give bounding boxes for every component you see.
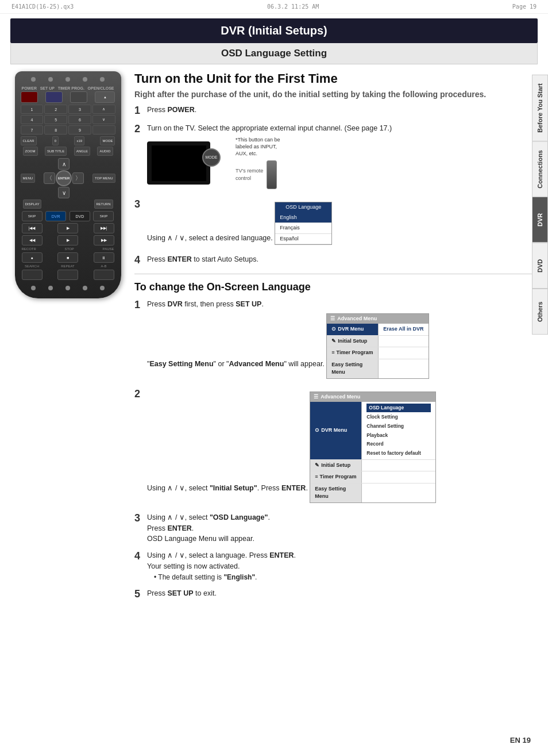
timer-button[interactable] <box>70 91 87 103</box>
osd-lang-english[interactable]: English <box>275 213 331 224</box>
menu2-left-timer[interactable]: ≡ Timer Program <box>310 471 362 483</box>
num-9-button[interactable]: 9 <box>68 125 91 135</box>
sidebar-tab-before-you-start[interactable]: Before You Start <box>532 75 548 141</box>
dpad-down-button[interactable]: ∨ <box>58 187 70 198</box>
option-playback[interactable]: Playback <box>366 431 431 440</box>
rev-button[interactable]: ◀◀ <box>22 235 43 245</box>
change-step-num-4: 4 <box>134 550 147 563</box>
option-reset[interactable]: Reset to factory default <box>366 449 431 458</box>
channel-down-button[interactable]: ∨ <box>92 115 115 124</box>
enter-button[interactable]: ENTER <box>56 170 72 186</box>
audio-button[interactable]: AUDIO <box>97 147 113 156</box>
step-1-content: Press POWER. <box>147 105 538 116</box>
play-button[interactable]: ▶ <box>57 223 78 233</box>
remote-dot <box>48 77 53 82</box>
dvr-icon: ⊙ <box>331 325 336 333</box>
remote-dot <box>65 286 70 290</box>
num-7-button[interactable]: 7 <box>21 125 44 135</box>
skip-fwd-button[interactable]: ▶▶| <box>94 223 114 233</box>
dvd-button[interactable]: DVD <box>70 211 90 221</box>
step-4-bold: ENTER <box>167 255 191 263</box>
option-record[interactable]: Record <box>366 440 431 448</box>
return-button[interactable]: RETURN <box>94 199 113 209</box>
sidebar-tab-others[interactable]: Others <box>532 289 548 335</box>
power-button[interactable] <box>21 91 38 103</box>
change-step-1-content: Press DVR first, then press SET UP. "Eas… <box>147 299 538 382</box>
menu-left-timer[interactable]: ≡ Timer Program <box>327 347 379 359</box>
menu2-right-initial <box>362 460 435 471</box>
remote-dot <box>31 286 36 290</box>
clear-button[interactable]: CLEAR <box>21 136 37 145</box>
option-channel[interactable]: Channel Setting <box>366 422 431 431</box>
page-footer: EN 19 <box>510 736 531 745</box>
change-step-2: 2 Using ∧ / ∨, select "Initial Setup". P… <box>134 388 538 506</box>
num-0-button[interactable]: 0 <box>52 136 59 145</box>
angle-button[interactable]: ANGLE <box>74 147 90 156</box>
num-8-button[interactable]: 8 <box>44 125 67 135</box>
menu2-row-timer: ≡ Timer Program <box>310 471 435 483</box>
dpad-up-button[interactable]: ∧ <box>58 158 70 170</box>
menu2-left-initial[interactable]: ✎ Initial Setup <box>310 460 362 471</box>
stop-button[interactable]: ■ <box>57 252 78 263</box>
remote-dot <box>100 286 105 290</box>
menu2-left-easy[interactable]: Easy Setting Menu <box>310 483 362 502</box>
num-2-button[interactable]: 2 <box>44 105 67 114</box>
fwd-button[interactable]: ▶▶ <box>94 235 114 245</box>
cs1-dvr: DVR <box>167 300 182 308</box>
change-step-5-content: Press SET UP to exit. <box>147 588 538 599</box>
menu-left-initial[interactable]: ✎ Initial Setup <box>327 336 379 347</box>
num-6-button[interactable]: 6 <box>68 115 91 124</box>
num-3-button[interactable]: 3 <box>68 105 91 114</box>
remote-dot <box>83 286 87 290</box>
repeat-button[interactable] <box>57 270 78 280</box>
change-step-4-content: Using ∧ / ∨, select a language. Press EN… <box>147 550 538 582</box>
step-3: 3 Using ∧ / ∨, select a desired language… <box>134 198 538 248</box>
pause-button[interactable]: ⏸ <box>94 252 114 263</box>
channel-up-button[interactable]: ∧ <box>92 105 115 114</box>
num-1-button[interactable]: 1 <box>21 105 44 114</box>
option-osd[interactable]: OSD Language <box>366 404 431 412</box>
menu-button[interactable]: MENU <box>21 174 36 183</box>
tv-screen <box>152 145 206 181</box>
tv-display: MODE <box>147 141 210 185</box>
menu-left-easy[interactable]: Easy Setting Menu <box>327 359 379 378</box>
sidebar-tab-connections[interactable]: Connections <box>532 141 548 197</box>
openclose-label: OPEN/CLOSE <box>88 86 114 90</box>
subtitle-button[interactable]: SUB TITLE <box>45 147 67 156</box>
step-num-4: 4 <box>134 254 147 267</box>
stop-play-button[interactable]: ▶ <box>57 235 78 245</box>
repeat-label: REPEAT <box>57 264 78 268</box>
step-1-bold: POWER <box>167 106 194 114</box>
rec-button[interactable]: ● <box>22 252 43 263</box>
sidebar-tab-dvd[interactable]: DVD <box>532 243 548 289</box>
sidebar-tab-dvr[interactable]: DVR <box>532 197 548 243</box>
display-button[interactable]: DISPLAY <box>23 199 42 209</box>
step-num-1: 1 <box>134 105 147 117</box>
x19-button[interactable]: x19 <box>74 136 84 145</box>
print-mark-center: 06.3.2 11:25 AM <box>267 3 319 10</box>
top-menu-button[interactable]: TOP MENU <box>92 174 115 183</box>
osd-lang-french[interactable]: Français <box>275 223 331 234</box>
menu-left-dvr[interactable]: ⊙ DVR Menu <box>327 324 379 335</box>
dpad-right-button[interactable]: 〉 <box>72 172 84 184</box>
setup-button[interactable] <box>45 91 63 103</box>
skip-next-label: SKIP <box>93 211 114 221</box>
option-clock[interactable]: Clock Setting <box>366 413 431 421</box>
skip-back-button[interactable]: |◀◀ <box>22 223 43 233</box>
openclose-button[interactable]: ▲ <box>95 91 115 103</box>
dvr-button[interactable]: DVR <box>45 211 66 221</box>
menu2-row-easy: Easy Setting Menu <box>310 483 435 502</box>
num-5-button[interactable]: 5 <box>44 115 67 124</box>
ab-button[interactable] <box>94 270 114 280</box>
dpad-left-button[interactable]: 〈 <box>44 172 55 184</box>
osd-lang-spanish[interactable]: Español <box>275 234 331 245</box>
remote-dot <box>100 77 105 82</box>
zoom-button[interactable]: ZOOM <box>23 147 38 156</box>
search-button[interactable] <box>22 270 43 280</box>
osd-dropdown-title: OSD Language <box>275 202 331 213</box>
num-4-button[interactable]: 4 <box>21 115 44 124</box>
menu2-right-dvr: OSD Language Clock Setting Channel Setti… <box>362 402 435 459</box>
mode-button[interactable]: MODE <box>100 136 115 145</box>
menu2-left-dvr[interactable]: ⊙ DVR Menu <box>310 402 362 459</box>
menu-icon-1: ☰ <box>330 315 335 323</box>
